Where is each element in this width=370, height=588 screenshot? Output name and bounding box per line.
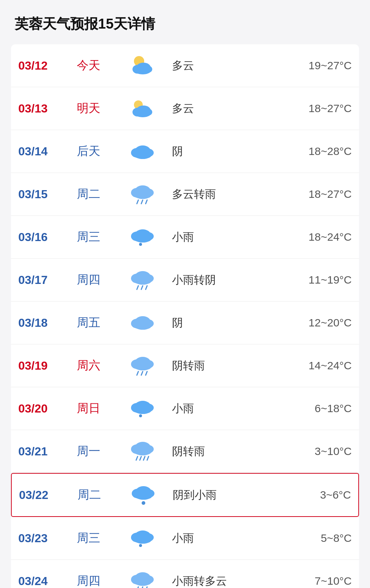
svg-point-9 xyxy=(135,110,151,117)
weather-desc: 小雨 xyxy=(165,531,279,546)
day-label: 今天 xyxy=(77,58,121,74)
weather-desc: 小雨 xyxy=(165,230,279,245)
weather-desc: 小雨转阴 xyxy=(165,273,279,288)
weather-desc: 阴转雨 xyxy=(165,444,279,459)
weather-desc: 阴转雨 xyxy=(165,358,279,373)
weather-icon-container xyxy=(121,310,165,336)
day-label: 周五 xyxy=(77,315,121,331)
day-label: 周三 xyxy=(77,229,121,245)
temp-range: 18~24°C xyxy=(279,231,352,243)
temp-range: 6~18°C xyxy=(279,402,352,415)
temp-range: 18~27°C xyxy=(279,188,352,200)
weather-desc: 阴 xyxy=(165,144,279,159)
day-label: 周二 xyxy=(78,487,122,503)
date-label: 03/15 xyxy=(18,188,77,201)
day-label: 周一 xyxy=(77,443,121,459)
weather-icon-container xyxy=(121,438,165,465)
svg-line-56 xyxy=(147,456,149,460)
date-label: 03/12 xyxy=(18,59,77,73)
weather-row: 03/12 今天 多云 19~27°C xyxy=(11,44,359,87)
svg-point-48 xyxy=(139,414,142,417)
weather-row: 03/23 周三 小雨 5~8°C xyxy=(11,517,359,560)
weather-desc: 小雨 xyxy=(165,401,279,416)
weather-icon-container xyxy=(121,95,165,122)
weather-row: 03/17 周四 小雨转阴 11~19°C xyxy=(11,259,359,302)
temp-range: 18~28°C xyxy=(279,145,352,158)
weather-desc: 多云 xyxy=(165,101,279,116)
day-label: 周二 xyxy=(77,186,121,202)
weather-icon-container xyxy=(122,482,165,508)
temp-range: 3~6°C xyxy=(278,489,351,501)
weather-desc: 阴 xyxy=(165,315,279,330)
day-label: 明天 xyxy=(77,100,121,117)
date-label: 03/13 xyxy=(18,102,77,115)
svg-point-70 xyxy=(134,578,152,586)
svg-line-30 xyxy=(137,286,138,289)
date-label: 03/24 xyxy=(18,574,77,588)
svg-point-36 xyxy=(134,322,152,330)
weather-row: 03/14 后天 阴 18~28°C xyxy=(11,130,359,173)
day-label: 周三 xyxy=(77,530,121,546)
weather-icon-container xyxy=(121,267,165,293)
weather-row: 03/18 周五 阴 12~20°C xyxy=(11,302,359,344)
svg-line-32 xyxy=(146,286,147,289)
weather-desc: 阴到小雨 xyxy=(165,488,278,503)
svg-point-61 xyxy=(142,501,145,505)
svg-line-19 xyxy=(141,200,143,204)
day-label: 周六 xyxy=(77,358,121,374)
svg-point-13 xyxy=(134,151,152,159)
temp-range: 18~27°C xyxy=(279,102,352,115)
weather-row: 03/13 明天 多云 18~27°C xyxy=(11,87,359,130)
svg-point-4 xyxy=(135,67,151,74)
weather-row: 03/20 周日 小雨 6~18°C xyxy=(11,387,359,430)
svg-point-66 xyxy=(139,544,142,547)
svg-point-24 xyxy=(134,234,152,243)
weather-desc: 多云转雨 xyxy=(165,187,279,202)
weather-row: 03/21 周一 阴转雨 3~10°C xyxy=(11,430,359,473)
date-label: 03/16 xyxy=(18,230,77,244)
svg-line-54 xyxy=(140,456,141,460)
weather-icon-container xyxy=(121,138,165,164)
svg-line-43 xyxy=(146,371,147,375)
svg-point-65 xyxy=(134,536,152,544)
svg-line-55 xyxy=(143,456,145,460)
svg-point-25 xyxy=(139,243,142,246)
weather-icon-container xyxy=(121,395,165,422)
svg-point-40 xyxy=(134,362,152,370)
weather-icon-container xyxy=(121,52,165,79)
weather-icon-container xyxy=(121,525,165,551)
weather-icon-container xyxy=(121,224,165,250)
weather-list: 03/12 今天 多云 19~27°C 03/13 明天 多云 18~27°C … xyxy=(11,44,359,588)
svg-line-41 xyxy=(137,371,138,375)
date-label: 03/18 xyxy=(18,316,77,330)
date-label: 03/19 xyxy=(18,359,77,373)
temp-range: 5~8°C xyxy=(279,532,352,544)
weather-icon-container xyxy=(121,568,165,588)
svg-point-47 xyxy=(134,406,152,414)
weather-row: 03/15 周二 多云转雨 18~27°C xyxy=(11,173,359,216)
temp-range: 14~24°C xyxy=(279,359,352,372)
svg-point-60 xyxy=(135,492,152,500)
weather-desc: 小雨转多云 xyxy=(165,574,279,588)
svg-line-42 xyxy=(141,371,143,375)
date-label: 03/17 xyxy=(18,273,77,287)
svg-line-31 xyxy=(141,286,143,289)
weather-row: 03/19 周六 阴转雨 14~24°C xyxy=(11,344,359,387)
temp-range: 19~27°C xyxy=(279,59,352,72)
temp-range: 3~10°C xyxy=(279,445,352,458)
day-label: 后天 xyxy=(77,143,121,159)
temp-range: 11~19°C xyxy=(279,274,352,286)
page-title: 芙蓉天气预报15天详情 xyxy=(11,15,359,33)
svg-point-17 xyxy=(134,191,152,199)
svg-point-29 xyxy=(134,277,152,285)
date-label: 03/21 xyxy=(18,445,77,458)
weather-row: 03/24 周四 小雨转多云 7~10°C xyxy=(11,560,359,588)
svg-line-20 xyxy=(146,200,147,204)
weather-icon-container xyxy=(121,181,165,207)
svg-line-53 xyxy=(136,456,138,460)
date-label: 03/14 xyxy=(18,145,77,158)
date-label: 03/22 xyxy=(19,488,78,502)
weather-row: 03/22 周二 阴到小雨 3~6°C xyxy=(11,473,359,517)
svg-line-18 xyxy=(137,200,138,204)
weather-desc: 多云 xyxy=(165,58,279,73)
